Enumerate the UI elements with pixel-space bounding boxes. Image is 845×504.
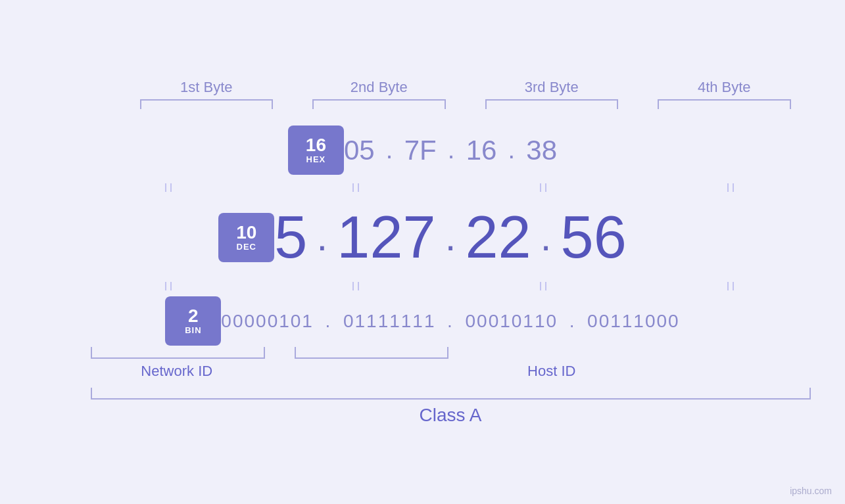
bracket-b1: [120, 99, 293, 112]
bracket-gap3: [629, 347, 659, 359]
dec-dot1: .: [307, 218, 337, 257]
id-label-gap: [263, 363, 293, 380]
watermark: ipshu.com: [790, 486, 832, 496]
hex-values-container: 05 . 7F . 16 . 38: [344, 135, 557, 166]
eq1-b2: II: [278, 181, 436, 195]
hex-badge-label: HEX: [306, 154, 326, 164]
byte-headers-row: 1st Byte 2nd Byte 3rd Byte 4th Byte: [120, 79, 811, 96]
bottom-brackets-content: [91, 347, 811, 359]
byte1-header: 1st Byte: [120, 79, 293, 96]
dec-badge: 10 DEC: [218, 213, 274, 262]
eq2-b4: II: [653, 280, 811, 294]
class-section: Class A: [35, 388, 811, 426]
hex-b2: 7F: [404, 135, 437, 166]
hex-badge: 16 HEX: [288, 126, 344, 175]
byte2-header: 2nd Byte: [293, 79, 466, 96]
bin-row: 2 BIN 00000101 . 01111111 . 00010110 .: [165, 298, 679, 344]
bracket-b2: [293, 99, 466, 112]
bin-dot2: .: [436, 311, 466, 332]
bin-b4: 00111000: [587, 311, 680, 332]
bin-dot3: .: [558, 311, 587, 332]
dec-badge-label: DEC: [237, 242, 256, 252]
hex-b1: 05: [344, 135, 375, 166]
bracket-top-b4: [658, 99, 791, 109]
network-bracket: [91, 347, 266, 359]
host-bracket: [295, 347, 448, 359]
eq2-b3: II: [466, 280, 623, 294]
eq1-b3: II: [466, 181, 623, 195]
bracket-gap: [265, 347, 295, 359]
dec-badge-number: 10: [236, 223, 256, 242]
bracket-b4: [638, 99, 811, 112]
eq2-b2: II: [278, 280, 436, 294]
dec-dot3: .: [531, 218, 561, 257]
network-id-label: Network ID: [91, 363, 264, 380]
bin-badge-label: BIN: [185, 325, 201, 335]
dec-b1: 5: [274, 208, 307, 267]
bin-values-container: 00000101 . 01111111 . 00010110 . 0011100…: [221, 311, 679, 332]
bracket-b3: [466, 99, 639, 112]
bin-b1: 00000101: [221, 311, 314, 332]
id-labels-content: Network ID Host ID: [91, 363, 811, 380]
bottom-brackets-row: [35, 347, 811, 359]
bracket-top-b1: [140, 99, 274, 109]
hex-b4: 38: [526, 135, 557, 166]
hex-dot2: .: [437, 136, 466, 164]
dec-values-container: 5 . 127 . 22 . 56: [274, 208, 626, 267]
hex-dot3: .: [496, 136, 526, 164]
eq2-b1: II: [91, 280, 249, 294]
dec-dot2: .: [436, 218, 466, 257]
bracket-gap2: [448, 347, 478, 359]
dec-row: 10 DEC 5 . 127 . 22 . 56: [218, 200, 626, 275]
bin-badge: 2 BIN: [165, 296, 221, 346]
eq1-b1: II: [91, 181, 249, 195]
equals-row-1: II II II II: [35, 177, 811, 200]
hex-b3: 16: [466, 135, 497, 166]
hex-badge-number: 16: [306, 136, 326, 154]
host-bracket-container: [295, 347, 811, 359]
bin-b3: 00010110: [466, 311, 558, 332]
equals-container-2: II II II II: [91, 280, 811, 294]
top-brackets: [120, 99, 811, 112]
id-labels-row: Network ID Host ID: [35, 363, 811, 380]
dec-b3: 22: [466, 208, 531, 267]
hex-dot1: .: [375, 136, 404, 164]
byte4-header: 4th Byte: [638, 79, 811, 96]
bin-b2: 01111111: [343, 311, 436, 332]
dec-b2: 127: [337, 208, 435, 267]
equals-row-2: II II II II: [35, 275, 811, 298]
equals-container-1: II II II II: [91, 181, 811, 195]
class-bracket: [91, 388, 811, 400]
bracket-spacer-3: [478, 347, 629, 359]
eq1-b4: II: [653, 181, 811, 195]
dec-b4: 56: [561, 208, 627, 267]
bin-badge-number: 2: [188, 307, 199, 325]
id-label-spacer: [35, 363, 91, 380]
hex-row: 16 HEX 05 . 7F . 16 . 38: [288, 124, 557, 177]
bracket-top-b2: [312, 99, 446, 109]
bin-dot1: .: [314, 311, 343, 332]
byte3-header: 3rd Byte: [466, 79, 639, 96]
bracket-top-b3: [485, 99, 619, 109]
class-label: Class A: [91, 405, 811, 426]
bracket-spacer-4: [659, 347, 810, 359]
main-container: 1st Byte 2nd Byte 3rd Byte 4th Byte 16 H…: [0, 0, 845, 504]
host-id-label: Host ID: [293, 363, 811, 380]
